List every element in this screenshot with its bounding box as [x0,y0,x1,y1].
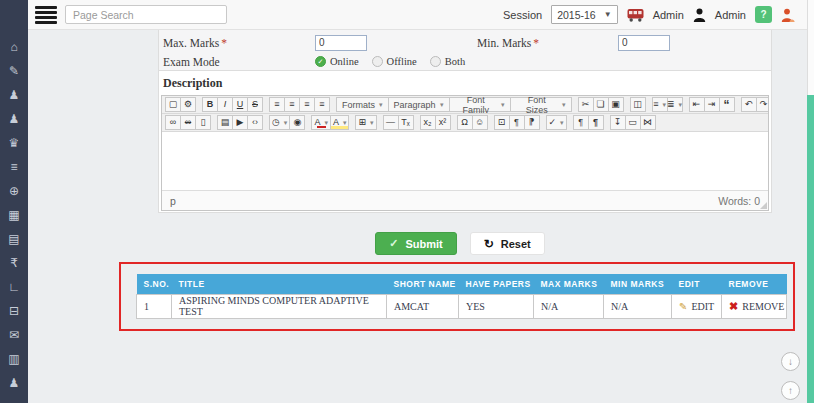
menu-icon[interactable] [35,6,57,24]
new-document-icon[interactable]: ▢ [165,97,181,112]
cut-icon[interactable]: ✂ [578,97,594,112]
emoticon-icon[interactable]: ☺ [472,115,488,130]
reset-button[interactable]: ↻ Reset [470,232,545,255]
graduation-icon[interactable]: ♛ [9,137,20,150]
fullpage-icon[interactable]: ▭ [625,115,641,130]
special-char-icon[interactable]: Ω [457,115,473,130]
visual-blocks-icon[interactable]: ¶ [588,115,604,130]
scroll-up-button[interactable]: ↑ [781,381,800,400]
copy-icon[interactable]: ❏ [593,97,609,112]
redo-icon[interactable]: ↷ [756,97,768,112]
exam-list-table: S.NO.TITLESHORT NAMEHAVE PAPERSMAX MARKS… [136,274,787,319]
sidebar-nav: ⌂✎♟♟♛≡⊕▦▤₹∟⊟✉▥♟ [0,0,28,403]
submit-button[interactable]: ✓ Submit [375,232,457,255]
notes-icon[interactable]: ▤ [8,233,19,246]
numbered-list-dropdown[interactable]: ≣ [667,97,683,112]
min-marks-input[interactable] [618,35,670,51]
table-header-cell: MAX MARKS [534,274,604,294]
strikethrough-button[interactable]: S [247,97,263,112]
globe-icon[interactable]: ⊕ [9,185,19,198]
subscript-icon[interactable]: x₂ [420,115,436,130]
formats-dropdown[interactable]: Formats [336,97,389,112]
ltr-icon[interactable]: ¶ [509,115,525,130]
restore-draft-icon[interactable]: ↧ [610,115,626,130]
media-icon[interactable]: ▶ [232,115,248,130]
highlight-color-dropdown[interactable]: A [330,115,350,130]
italic-button[interactable]: I [217,97,233,112]
editor-statusbar: p Words: 0 [162,190,768,210]
print-icon[interactable]: ⊡ [494,115,510,130]
edit-action[interactable]: ✎ EDIT [679,301,719,312]
user-add-icon[interactable]: ♟ [9,377,20,390]
radio-offline[interactable]: Offline [372,56,417,67]
logout-user-icon[interactable] [781,8,795,22]
source-settings-icon[interactable]: ⚙ [180,97,196,112]
radio-both[interactable]: Both [430,56,465,67]
max-marks-input[interactable] [315,35,367,51]
outdent-icon[interactable]: ⇤ [689,97,705,112]
preview-icon[interactable]: ◉ [289,115,305,130]
home-icon[interactable]: ⌂ [10,41,17,54]
link-icon[interactable]: ∞ [165,115,181,130]
align-justify-icon[interactable]: ≡ [314,97,330,112]
transport-bus-icon[interactable] [627,8,644,22]
font-sizes-dropdown[interactable]: Font Sizes [510,97,572,112]
scroll-down-button[interactable]: ↓ [781,352,800,371]
code-icon[interactable]: ‹› [247,115,263,130]
paste-icon[interactable]: ▣ [608,97,624,112]
align-right-icon[interactable]: ≡ [299,97,315,112]
align-center-icon[interactable]: ≡ [284,97,300,112]
radio-online[interactable]: ✓ Online [315,56,359,67]
calendar-icon[interactable]: ▦ [8,209,19,222]
align-left-icon[interactable]: ≡ [269,97,285,112]
required-asterisk: * [221,37,227,49]
cell-title: ASPIRING MINDS COMPUTER ADAPTIVE TEST [172,294,387,318]
editor-content-area[interactable] [162,132,768,190]
element-path[interactable]: p [170,195,176,207]
user-admin-label[interactable]: Admin [715,9,746,21]
user-icon[interactable] [693,8,706,22]
student-icon[interactable]: ♟ [9,113,20,126]
page-break-icon[interactable]: ⋈ [640,115,656,130]
find-replace-icon[interactable]: ◫ [630,97,646,112]
blockquote-icon[interactable]: “ [719,97,735,112]
rtl-icon[interactable]: ⁋ [524,115,540,130]
datetime-dropdown[interactable]: ◷ [269,115,290,130]
superscript-icon[interactable]: x² [435,115,451,130]
visual-chars-icon[interactable]: ¶ [573,115,589,130]
table-header-cell: HAVE PAPERS [459,274,534,294]
bus-icon[interactable]: ⊟ [9,305,19,318]
rupee-icon[interactable]: ₹ [10,257,18,270]
scrollbar-thumb[interactable] [807,95,814,403]
bullet-list-dropdown[interactable]: ≡ [652,97,668,112]
table-dropdown[interactable]: ⊞ [355,115,376,130]
spellcheck-dropdown[interactable]: ✓ [546,115,567,130]
help-button[interactable]: ? [755,6,772,23]
edit-icon[interactable]: ✎ [9,65,19,78]
session-dropdown[interactable]: 2015-16 ▼ [551,5,617,24]
red-highlight-annotation: S.NO.TITLESHORT NAMEHAVE PAPERSMAX MARKS… [119,262,795,331]
cell-sno: 1 [137,294,172,318]
mail-icon[interactable]: ✉ [9,329,19,342]
horizontal-rule-icon[interactable]: — [383,115,399,130]
resize-handle-icon[interactable] [760,202,767,209]
paragraph-dropdown[interactable]: Paragraph [388,97,450,112]
chart-icon[interactable]: ∟ [8,281,20,294]
editor-toolbar-row2: ∞∞▯▤▶‹›◷◉AA⊞—Tₓx₂x²Ω☺⊡¶⁋✓¶¶↧▭⋈ [162,114,768,132]
indent-icon[interactable]: ⇥ [704,97,720,112]
building-icon[interactable]: ▥ [8,353,19,366]
list-icon[interactable]: ≡ [10,161,17,174]
anchor-icon[interactable]: ▯ [195,115,211,130]
bold-button[interactable]: B [202,97,218,112]
page-search-input[interactable] [65,5,227,24]
text-color-dropdown[interactable]: A [311,115,331,130]
clear-formatting-icon[interactable]: Tₓ [398,115,414,130]
image-icon[interactable]: ▤ [217,115,233,130]
undo-icon[interactable]: ↶ [741,97,757,112]
underline-button[interactable]: U [232,97,248,112]
remove-action[interactable]: ✖ REMOVE [729,300,784,313]
transport-admin-label[interactable]: Admin [653,9,684,21]
font-family-dropdown[interactable]: Font Family [449,97,511,112]
unlink-icon[interactable]: ∞ [180,115,196,130]
staff-icon[interactable]: ♟ [9,89,20,102]
